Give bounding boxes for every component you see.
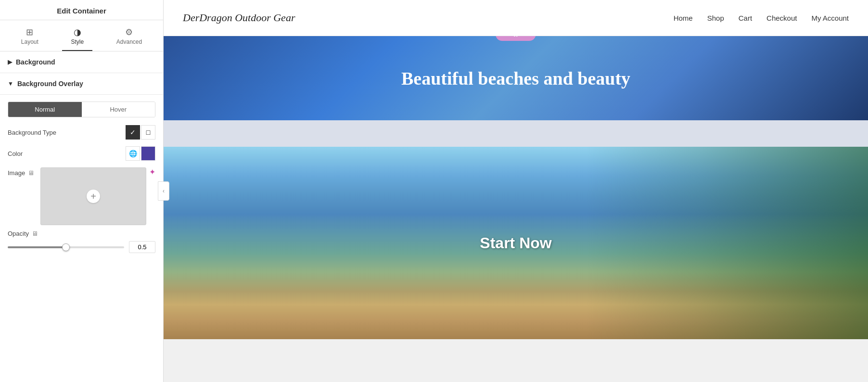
- opacity-label-row: Opacity 🖥: [8, 230, 155, 237]
- site-title: DerDragon Outdoor Gear: [183, 12, 295, 24]
- beach-cta-text: Start Now: [480, 234, 551, 252]
- background-label: Background: [16, 58, 55, 66]
- opacity-slider-row: [8, 241, 155, 253]
- background-overlay-label: Background Overlay: [17, 80, 83, 88]
- opacity-label: Opacity: [8, 230, 29, 237]
- nav-checkout[interactable]: Checkout: [766, 14, 797, 22]
- tab-layout[interactable]: ⊞ Layout: [13, 25, 47, 51]
- overlay-arrow: ▼: [8, 80, 13, 87]
- overlay-content: Normal Hover Background Type ✓ □ Color 🌐…: [0, 95, 163, 260]
- tab-style[interactable]: ◑ Style: [62, 25, 92, 51]
- tab-bar: ⊞ Layout ◑ Style ⚙ Advanced: [0, 20, 163, 51]
- color-label: Color: [8, 150, 23, 157]
- layout-icon: ⊞: [26, 28, 33, 37]
- collapse-panel-arrow[interactable]: ‹: [158, 181, 169, 201]
- tab-layout-label: Layout: [21, 38, 38, 45]
- image-monitor-icon: 🖥: [28, 169, 34, 177]
- nav-home[interactable]: Home: [674, 14, 693, 22]
- hero-container: + ⠿ × Beautiful beaches and beauty: [164, 36, 868, 120]
- panel-title: Edit Container: [0, 0, 163, 20]
- nav-myaccount[interactable]: My Account: [811, 14, 849, 22]
- canvas-area: + ⠿ × Beautiful beaches and beauty Start…: [164, 36, 868, 382]
- background-section-header[interactable]: ▶ Background: [0, 51, 163, 73]
- left-panel: Edit Container ⊞ Layout ◑ Style ⚙ Advanc…: [0, 0, 164, 382]
- opacity-input[interactable]: [129, 241, 155, 253]
- floating-toolbar: + ⠿ ×: [496, 36, 536, 41]
- background-arrow: ▶: [8, 59, 12, 65]
- hero-heading: Beautiful beaches and beauty: [401, 68, 630, 89]
- background-overlay-header[interactable]: ▼ Background Overlay: [0, 73, 163, 95]
- type-btn-fill[interactable]: ✓: [126, 125, 140, 140]
- beach-container: Start Now: [164, 147, 868, 339]
- background-type-row: Background Type ✓ □: [8, 125, 155, 140]
- opacity-monitor-icon: 🖥: [32, 230, 38, 237]
- nav-shop[interactable]: Shop: [707, 14, 724, 22]
- nav-cart[interactable]: Cart: [739, 14, 752, 22]
- opacity-slider-fill: [8, 246, 66, 248]
- tab-style-label: Style: [71, 38, 84, 45]
- tab-advanced[interactable]: ⚙ Advanced: [108, 25, 151, 51]
- image-label: Image 🖥: [8, 167, 34, 177]
- color-row: Color 🌐: [8, 146, 155, 161]
- normal-hover-toggle: Normal Hover: [8, 102, 155, 117]
- image-label-text: Image: [8, 169, 25, 177]
- toolbar-move-btn[interactable]: ⠿: [513, 36, 519, 39]
- advanced-icon: ⚙: [125, 28, 133, 37]
- background-type-label: Background Type: [8, 129, 56, 136]
- style-icon: ◑: [74, 28, 81, 37]
- toolbar-close-btn[interactable]: ×: [523, 36, 530, 39]
- toolbar-add-btn[interactable]: +: [501, 36, 509, 39]
- overlay-strip: [164, 120, 868, 147]
- color-swatch[interactable]: [141, 146, 155, 161]
- tab-advanced-label: Advanced: [116, 38, 142, 45]
- image-row: Image 🖥 + ✦: [8, 167, 155, 225]
- upload-plus-icon[interactable]: +: [87, 190, 100, 203]
- color-globe-btn[interactable]: 🌐: [126, 146, 140, 161]
- hover-toggle-btn[interactable]: Hover: [82, 102, 155, 117]
- type-btn-none[interactable]: □: [141, 125, 155, 140]
- opacity-slider-thumb[interactable]: [62, 243, 70, 251]
- color-buttons: 🌐: [126, 146, 155, 161]
- type-buttons: ✓ □: [126, 125, 155, 140]
- top-nav: DerDragon Outdoor Gear Home Shop Cart Ch…: [164, 0, 868, 36]
- trees-background: [586, 147, 868, 339]
- main-area: DerDragon Outdoor Gear Home Shop Cart Ch…: [164, 0, 868, 382]
- magic-wand-icon[interactable]: ✦: [149, 167, 155, 177]
- normal-toggle-btn[interactable]: Normal: [8, 102, 82, 117]
- image-upload-area[interactable]: +: [40, 167, 146, 225]
- opacity-slider-track[interactable]: [8, 246, 124, 248]
- nav-links: Home Shop Cart Checkout My Account: [674, 14, 849, 22]
